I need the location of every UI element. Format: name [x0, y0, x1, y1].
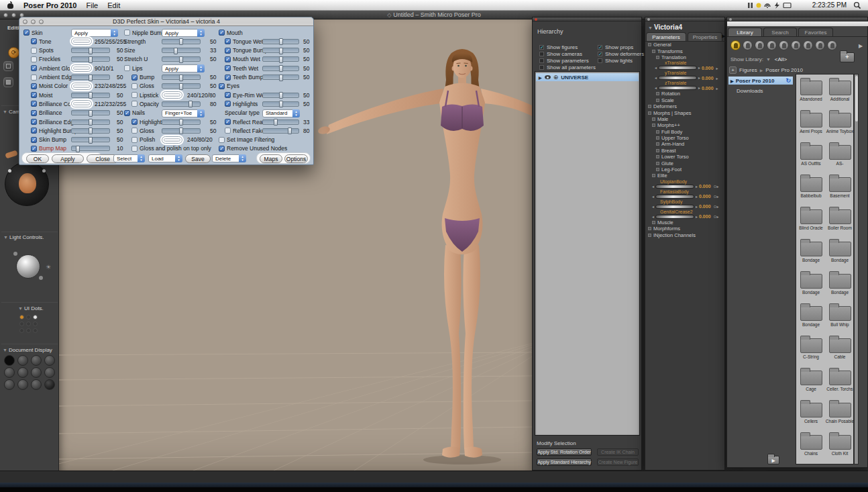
- menu-edit[interactable]: Edit: [107, 1, 120, 9]
- display-style-texture-shaded[interactable]: [31, 379, 42, 390]
- filter-show-props[interactable]: ✓Show props: [598, 44, 633, 50]
- collapse-box-icon[interactable]: [652, 117, 655, 121]
- dial-left-arrow-icon[interactable]: ◂: [655, 86, 657, 90]
- cameras-category-icon[interactable]: [815, 40, 825, 50]
- checkbox-set-image-filtering[interactable]: [219, 137, 225, 143]
- dropdown-stepper-icon[interactable]: ▴▾: [239, 154, 246, 162]
- folder-item[interactable]: Basement: [826, 174, 853, 205]
- dialog-titlebar[interactable]: D3D Perfect Skin – Victoria4 – victoria …: [19, 17, 313, 26]
- display-style-flat-lined[interactable]: [31, 367, 42, 378]
- parameters-titlebar[interactable]: [645, 17, 724, 21]
- menu-file[interactable]: File: [87, 1, 99, 9]
- folder-item[interactable]: Additional: [826, 77, 853, 108]
- checkbox-eyes[interactable]: ✓: [219, 83, 225, 89]
- ui-dot-3[interactable]: [33, 315, 38, 319]
- dial-next-icon[interactable]: ▸: [716, 66, 718, 70]
- folder-icon[interactable]: [829, 274, 851, 289]
- light-control-sphere[interactable]: [16, 254, 40, 279]
- dial-left-arrow-icon[interactable]: ◂: [655, 76, 657, 80]
- apply-std-rotation-order-button[interactable]: Apply Std. Rotation Order: [537, 448, 592, 456]
- display-style-cartoon[interactable]: [44, 367, 55, 378]
- checkbox-tongue-wet[interactable]: ✓: [225, 38, 231, 44]
- folder-icon[interactable]: [829, 145, 851, 160]
- folder-item[interactable]: Chains: [798, 432, 824, 462]
- dial-left-arrow-icon[interactable]: ◂: [652, 215, 654, 219]
- tree-group-morphs-shapes[interactable]: Morphs | Shapes: [647, 109, 723, 115]
- folder-item[interactable]: Boiler Room: [826, 206, 853, 237]
- folder-item[interactable]: C-String: [798, 335, 824, 366]
- tree-group-transforms[interactable]: Transforms: [647, 48, 723, 54]
- folder-icon[interactable]: [800, 371, 822, 385]
- ui-dot-8[interactable]: [26, 328, 31, 333]
- folder-icon[interactable]: [800, 338, 822, 353]
- collapse-box-icon[interactable]: [656, 168, 659, 171]
- collapse-box-icon[interactable]: [652, 221, 655, 224]
- folder-icon[interactable]: [829, 403, 851, 417]
- app-menu[interactable]: Poser Pro 2010: [23, 1, 77, 9]
- checkbox-eye-rim-wet[interactable]: ✓: [225, 92, 231, 98]
- collapse-box-icon[interactable]: [656, 56, 659, 59]
- folder-icon[interactable]: [829, 338, 851, 353]
- tree-group-lower-torso[interactable]: Lower Torso: [647, 154, 723, 160]
- dial-utopianbody[interactable]: UtopianBody◂▸0.000⊙▸: [647, 179, 723, 189]
- rotate-tool-button[interactable]: [3, 77, 13, 87]
- folder-item[interactable]: Cellers: [798, 399, 824, 430]
- folder-item[interactable]: Babbelbub: [798, 174, 824, 205]
- folder-icon[interactable]: [800, 81, 822, 95]
- dial-slider[interactable]: [658, 76, 697, 80]
- camera-trackball[interactable]: [5, 162, 49, 206]
- dial-right-arrow-icon[interactable]: ▸: [696, 205, 698, 209]
- tab-favorites[interactable]: Favorites: [798, 28, 833, 36]
- folder-icon[interactable]: [829, 209, 851, 224]
- dial-slider[interactable]: [655, 195, 694, 199]
- folder-icon[interactable]: [800, 435, 822, 450]
- display-style-smooth-shaded[interactable]: [4, 379, 15, 390]
- slider-reflect-real[interactable]: [262, 119, 299, 125]
- options-button[interactable]: Options: [284, 154, 308, 163]
- tree-group-rotation[interactable]: Rotation: [647, 91, 723, 97]
- dial-ztranslate[interactable]: zTranslate◂▸0.000▸: [647, 81, 723, 91]
- checkbox-tongue-bump[interactable]: ✓: [225, 48, 231, 54]
- folder-icon[interactable]: [829, 371, 851, 385]
- translate-tool-button[interactable]: ⟳: [8, 47, 19, 58]
- collapse-box-icon[interactable]: [656, 92, 659, 95]
- checkbox-show-props[interactable]: ✓: [598, 45, 602, 50]
- dial-key-icons[interactable]: ⊙▸: [714, 184, 719, 189]
- dropdown-stepper-icon[interactable]: ▴▾: [175, 154, 182, 162]
- tabs-overflow-icon[interactable]: ▶: [722, 34, 725, 39]
- display-style-flat-shaded[interactable]: [17, 367, 28, 378]
- spotlight-icon[interactable]: [853, 1, 861, 9]
- checkbox-show-deformers[interactable]: ✓: [598, 52, 602, 56]
- tree-expand-icon[interactable]: ▶: [730, 79, 734, 83]
- document-display-collapse-icon[interactable]: ▼: [3, 348, 7, 352]
- dial-left-arrow-icon[interactable]: ◂: [655, 66, 657, 70]
- folder-item[interactable]: Bondage: [798, 238, 824, 269]
- open-folder-icon[interactable]: ▸: [767, 456, 779, 464]
- dial-slider[interactable]: [655, 215, 694, 219]
- filter-show-all-parameters[interactable]: Show all parameters: [539, 64, 596, 70]
- folder-item[interactable]: Aemi Props: [798, 109, 824, 140]
- select-dropdown[interactable]: Select▴▾: [113, 154, 145, 162]
- checkbox-show-lights[interactable]: [598, 58, 602, 63]
- tree-group-male[interactable]: Male: [647, 116, 723, 122]
- hierarchy-close-icon[interactable]: [535, 18, 537, 21]
- dial-left-arrow-icon[interactable]: ◂: [652, 185, 654, 189]
- folder-item[interactable]: Abandoned: [798, 77, 824, 108]
- save-button[interactable]: Save: [185, 154, 211, 163]
- checkbox-teeth-wet[interactable]: ✓: [225, 65, 231, 71]
- filter-show-cameras[interactable]: Show cameras: [539, 51, 582, 57]
- show-library-dropdown-icon[interactable]: ▼: [766, 57, 771, 62]
- folder-icon[interactable]: [800, 242, 822, 256]
- checkbox-show-figures[interactable]: ✓: [539, 45, 544, 50]
- figures-category-icon[interactable]: [730, 40, 741, 50]
- display-style-sketch[interactable]: [44, 379, 55, 390]
- tree-group-morphs[interactable]: Morphs++: [647, 122, 723, 128]
- ui-dot-7[interactable]: [19, 328, 24, 333]
- dial-xtranslate[interactable]: xTranslate◂▸0.000▸: [647, 60, 723, 70]
- dial-right-arrow-icon[interactable]: ▸: [696, 215, 698, 219]
- light-indicator[interactable]: [39, 276, 43, 280]
- props-category-icon[interactable]: [791, 40, 801, 50]
- folder-icon[interactable]: [829, 113, 851, 128]
- dial-slider[interactable]: [658, 66, 697, 70]
- tree-group-breast[interactable]: Breast: [647, 148, 723, 154]
